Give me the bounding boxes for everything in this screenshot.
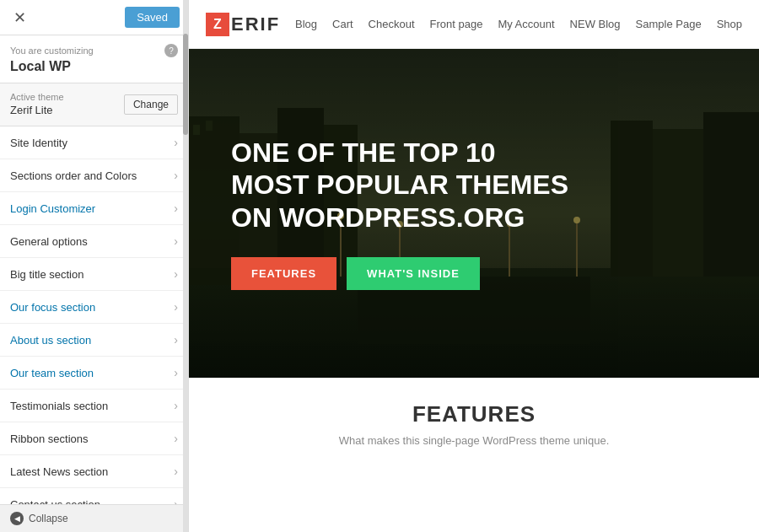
collapse-arrow-icon: ◀ bbox=[10, 512, 24, 525]
logo-z: Z bbox=[206, 13, 229, 36]
chevron-icon: › bbox=[174, 234, 178, 248]
active-theme-section: Active theme Zerif Lite Change bbox=[0, 83, 188, 126]
menu-item-7[interactable]: Our team section› bbox=[0, 357, 188, 390]
chevron-icon: › bbox=[174, 169, 178, 182]
site-header: Z ERIF BlogCartCheckoutFront pageMy Acco… bbox=[189, 0, 759, 49]
chevron-icon: › bbox=[174, 432, 178, 445]
menu-list: Site Identity›Sections order and Colors›… bbox=[0, 126, 188, 504]
nav-link-cart[interactable]: Cart bbox=[332, 18, 353, 30]
preview-panel: Z ERIF BlogCartCheckoutFront pageMy Acco… bbox=[189, 0, 759, 532]
chevron-icon: › bbox=[174, 333, 178, 347]
chevron-icon: › bbox=[174, 136, 178, 149]
customizer-panel: ✕ Saved You are customizing ? Local WP A… bbox=[0, 0, 189, 532]
nav-link-front-page[interactable]: Front page bbox=[430, 18, 483, 30]
chevron-icon: › bbox=[174, 399, 178, 412]
features-section: FEATURES What makes this single-page Wor… bbox=[189, 378, 759, 532]
menu-item-10[interactable]: Latest News section› bbox=[0, 455, 188, 488]
site-name: Local WP bbox=[10, 59, 178, 74]
hero-content: ONE OF THE TOP 10 MOST POPULAR THEMES ON… bbox=[189, 137, 611, 290]
change-theme-button[interactable]: Change bbox=[124, 94, 178, 115]
chevron-icon: › bbox=[174, 497, 178, 504]
help-icon[interactable]: ? bbox=[164, 44, 178, 57]
customizing-label: You are customizing bbox=[10, 46, 94, 56]
nav-link-checkout[interactable]: Checkout bbox=[369, 18, 415, 30]
chevron-icon: › bbox=[174, 300, 178, 314]
scroll-indicator bbox=[183, 0, 188, 532]
chevron-icon: › bbox=[174, 267, 178, 281]
customizing-section: You are customizing ? Local WP bbox=[0, 35, 188, 83]
collapse-bar[interactable]: ◀ Collapse bbox=[0, 504, 188, 532]
nav-link-blog[interactable]: Blog bbox=[295, 18, 317, 30]
menu-item-2[interactable]: Login Customizer› bbox=[0, 192, 188, 225]
menu-item-3[interactable]: General options› bbox=[0, 225, 188, 258]
whats-inside-button[interactable]: WHAT'S INSIDE bbox=[347, 257, 480, 290]
menu-item-9[interactable]: Ribbon sections› bbox=[0, 422, 188, 455]
hero-buttons: FEATURES WHAT'S INSIDE bbox=[231, 257, 568, 290]
hero-title: ONE OF THE TOP 10 MOST POPULAR THEMES ON… bbox=[231, 137, 568, 234]
close-button[interactable]: ✕ bbox=[8, 8, 31, 27]
nav-link-new-blog[interactable]: NEW Blog bbox=[570, 18, 621, 30]
features-button[interactable]: FEATURES bbox=[231, 257, 336, 290]
menu-item-8[interactable]: Testimonials section› bbox=[0, 390, 188, 422]
logo: Z ERIF bbox=[206, 13, 280, 36]
saved-button[interactable]: Saved bbox=[125, 7, 180, 28]
nav-link-shop[interactable]: Shop bbox=[717, 18, 742, 30]
hero-section: ONE OF THE TOP 10 MOST POPULAR THEMES ON… bbox=[189, 49, 759, 378]
chevron-icon: › bbox=[174, 366, 178, 379]
theme-name: Zerif Lite bbox=[10, 104, 53, 116]
nav-link-sample-page[interactable]: Sample Page bbox=[636, 18, 702, 30]
menu-item-6[interactable]: About us section› bbox=[0, 324, 188, 357]
menu-item-0[interactable]: Site Identity› bbox=[0, 126, 188, 159]
nav-link-my-account[interactable]: My Account bbox=[498, 18, 554, 30]
menu-item-5[interactable]: Our focus section› bbox=[0, 291, 188, 324]
features-subtitle: What makes this single-page WordPress th… bbox=[206, 434, 742, 447]
chevron-icon: › bbox=[174, 202, 178, 215]
features-title: FEATURES bbox=[206, 401, 742, 427]
collapse-label: Collapse bbox=[29, 513, 68, 524]
nav-links: BlogCartCheckoutFront pageMy AccountNEW … bbox=[295, 18, 742, 30]
chevron-icon: › bbox=[174, 465, 178, 478]
top-bar: ✕ Saved bbox=[0, 0, 188, 35]
menu-item-1[interactable]: Sections order and Colors› bbox=[0, 159, 188, 192]
menu-item-11[interactable]: Contact us section› bbox=[0, 488, 188, 504]
logo-text: ERIF bbox=[231, 13, 280, 35]
menu-item-4[interactable]: Big title section› bbox=[0, 258, 188, 291]
active-theme-label: Active theme bbox=[10, 92, 64, 102]
